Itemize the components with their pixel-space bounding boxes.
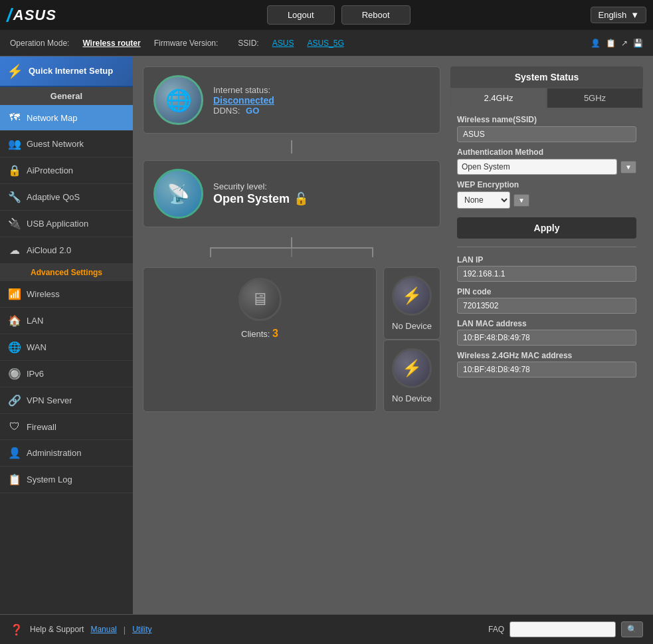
quick-setup-label: Quick Internet Setup xyxy=(29,66,113,77)
usb-device-1: ⚡ No Device xyxy=(383,267,440,340)
chevron-down-icon: ▼ xyxy=(630,10,639,20)
op-mode-value[interactable]: Wireless router xyxy=(82,39,140,48)
lan-mac-field: LAN MAC address 10:BF:48:D8:49:78 xyxy=(457,319,636,346)
wireless-mac-label: Wireless 2.4GHz MAC address xyxy=(457,351,636,360)
tab-5ghz[interactable]: 5GHz xyxy=(547,88,643,108)
internet-status-label: Internet status: xyxy=(213,85,274,95)
usb-icon-1: ⚡ xyxy=(392,276,432,316)
utility-link[interactable]: Utility xyxy=(132,625,151,634)
apply-button[interactable]: Apply xyxy=(457,217,636,239)
internet-card-info: Internet status: Disconnected DDNS: GO xyxy=(213,85,274,116)
security-value: Open System xyxy=(213,192,290,206)
tree-h-container xyxy=(210,247,373,257)
clients-card[interactable]: 🖥 Clients: 3 xyxy=(143,267,377,412)
clients-text: Clients: xyxy=(241,329,270,339)
sidebar-label-guest-network: Guest Network xyxy=(27,139,84,149)
auth-method-select-wrap: Open System Shared Key WPA-Personal WPA2… xyxy=(457,159,636,175)
wep-arrow[interactable]: ▼ xyxy=(513,194,529,207)
no-device-label-2: No Device xyxy=(392,393,432,403)
system-status-body: Wireless name(SSID) ASUS Authentication … xyxy=(450,108,643,384)
security-label: Security level: xyxy=(213,181,308,191)
logout-button[interactable]: Logout xyxy=(267,5,335,25)
auth-method-arrow[interactable]: ▼ xyxy=(620,161,636,173)
internet-status-value[interactable]: Disconnected xyxy=(213,95,274,106)
lan-mac-label: LAN MAC address xyxy=(457,319,636,328)
lock-icon: 🔓 xyxy=(294,191,308,206)
network-map-icon: 🗺 xyxy=(8,112,21,124)
pin-code-label: PIN code xyxy=(457,287,636,296)
tree-center xyxy=(291,247,292,257)
security-value-row: Open System 🔓 xyxy=(213,191,308,206)
tab-24ghz[interactable]: 2.4GHz xyxy=(450,88,547,108)
ssid-value[interactable]: ASUS xyxy=(272,39,294,48)
reboot-button[interactable]: Reboot xyxy=(341,5,411,25)
firmware-label: Firmware Version: xyxy=(154,39,219,48)
top-buttons: Logout Reboot xyxy=(86,5,591,25)
sidebar-label-usb-application: USB Application xyxy=(27,219,88,229)
sidebar-item-aicloud[interactable]: ☁ AiCloud 2.0 xyxy=(0,237,133,264)
auth-method-field: Authentication Method Open System Shared… xyxy=(457,148,636,175)
lan-ip-value: 192.168.1.1 xyxy=(457,266,636,282)
sidebar-label-vpn: VPN Server xyxy=(27,395,72,405)
user-icon[interactable]: 👤 xyxy=(591,39,601,48)
wireless-icon: 📶 xyxy=(8,288,21,300)
top-bar: / ASUS Logout Reboot English ▼ xyxy=(0,0,653,30)
wireless-name-value: ASUS xyxy=(457,126,636,142)
faq-label: FAQ xyxy=(488,625,504,634)
no-device-label-1: No Device xyxy=(392,321,432,331)
tree-connector xyxy=(143,237,440,257)
sidebar-item-system-log[interactable]: 📋 System Log xyxy=(0,467,133,493)
quick-internet-setup[interactable]: ⚡ Quick Internet Setup xyxy=(0,56,133,87)
sidebar-item-adaptive-qos[interactable]: 🔧 Adaptive QoS xyxy=(0,184,133,211)
pin-code-field: PIN code 72013502 xyxy=(457,287,636,314)
guest-network-icon: 👥 xyxy=(8,138,21,150)
ssid-5g-value[interactable]: ASUS_5G xyxy=(307,39,343,48)
sidebar-item-ipv6[interactable]: 🔘 IPv6 xyxy=(0,361,133,387)
system-status-panel: System Status 2.4GHz 5GHz Wireless name(… xyxy=(450,66,643,604)
lan-mac-value: 10:BF:48:D8:49:78 xyxy=(457,330,636,346)
save-icon[interactable]: 💾 xyxy=(633,39,643,48)
content-area: 🌐 Internet status: Disconnected DDNS: GO… xyxy=(133,56,653,614)
auth-method-select[interactable]: Open System Shared Key WPA-Personal WPA2… xyxy=(457,159,617,175)
op-mode-label: Operation Mode: xyxy=(10,39,69,48)
sidebar-item-network-map[interactable]: 🗺 Network Map xyxy=(0,105,133,131)
sidebar-item-firewall[interactable]: 🛡 Firewall xyxy=(0,414,133,440)
sidebar-item-lan[interactable]: 🏠 LAN xyxy=(0,308,133,334)
network-map-area: 🌐 Internet status: Disconnected DDNS: GO… xyxy=(143,66,440,604)
pin-code-value: 72013502 xyxy=(457,298,636,314)
sidebar-label-ipv6: IPv6 xyxy=(27,369,44,379)
sidebar-item-wan[interactable]: 🌐 WAN xyxy=(0,334,133,361)
wep-select[interactable]: None 64-bit 128-bit xyxy=(457,191,510,209)
sidebar-label-adaptive-qos: Adaptive QoS xyxy=(27,192,80,202)
main-layout: ⚡ Quick Internet Setup General 🗺 Network… xyxy=(0,56,653,614)
lan-ip-field: LAN IP 192.168.1.1 xyxy=(457,255,636,282)
aiprotection-icon: 🔒 xyxy=(8,164,21,177)
sidebar: ⚡ Quick Internet Setup General 🗺 Network… xyxy=(0,56,133,614)
adaptive-qos-icon: 🔧 xyxy=(8,191,21,203)
ddns-info: DDNS: GO xyxy=(213,106,274,116)
share-icon[interactable]: ↗ xyxy=(621,39,628,48)
sidebar-item-usb-application[interactable]: 🔌 USB Application xyxy=(0,211,133,237)
logo-text: ASUS xyxy=(13,7,56,24)
sidebar-item-aiprotection[interactable]: 🔒 AiProtection xyxy=(0,158,133,184)
logo-slash: / xyxy=(7,5,12,26)
firewall-icon: 🛡 xyxy=(8,421,21,433)
copy-icon[interactable]: 📋 xyxy=(606,39,616,48)
wep-wrap: None 64-bit 128-bit ▼ xyxy=(457,191,636,209)
tree-h-line xyxy=(210,247,373,249)
tree-v-line-top xyxy=(291,237,292,247)
sidebar-label-firewall: Firewall xyxy=(27,422,56,432)
sidebar-item-vpn-server[interactable]: 🔗 VPN Server xyxy=(0,387,133,414)
sidebar-label-aiprotection: AiProtection xyxy=(27,165,73,175)
faq-search-button[interactable]: 🔍 xyxy=(621,621,643,637)
wireless-name-field: Wireless name(SSID) ASUS xyxy=(457,115,636,142)
sidebar-item-wireless[interactable]: 📶 Wireless xyxy=(0,281,133,308)
manual-link[interactable]: Manual xyxy=(90,625,116,634)
ipv6-icon: 🔘 xyxy=(8,368,21,380)
ddns-go-link[interactable]: GO xyxy=(246,106,259,116)
advanced-section-title: Advanced Settings xyxy=(0,264,133,281)
sidebar-item-guest-network[interactable]: 👥 Guest Network xyxy=(0,131,133,158)
faq-search-input[interactable] xyxy=(510,621,616,637)
language-selector[interactable]: English ▼ xyxy=(591,7,646,23)
sidebar-item-administration[interactable]: 👤 Administration xyxy=(0,440,133,467)
